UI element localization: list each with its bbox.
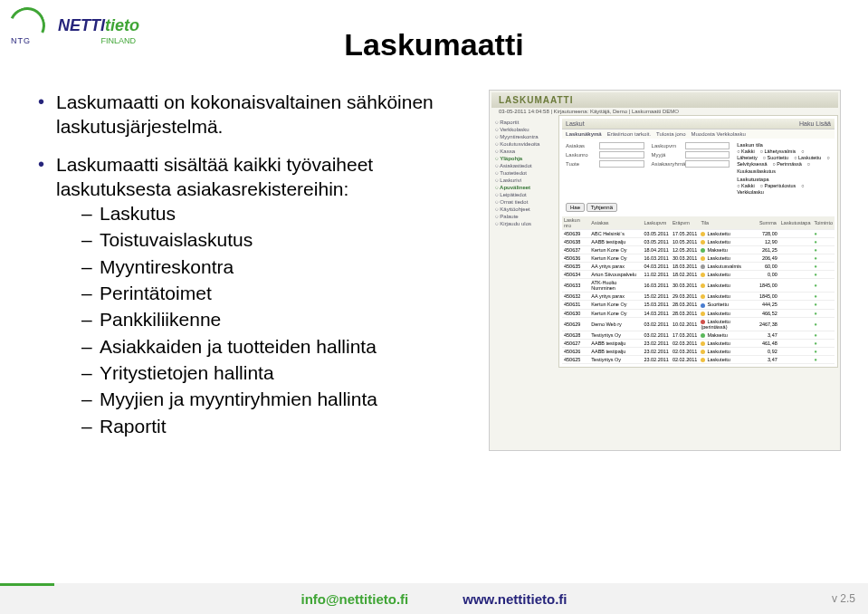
- add-button[interactable]: Lisää: [816, 120, 831, 127]
- col-header[interactable]: Summa: [758, 216, 779, 230]
- cell: 1845,00: [758, 279, 779, 293]
- tab-2[interactable]: Tulosta jono: [656, 131, 685, 137]
- table-row[interactable]: 450631Kertun Kone Oy15.03.201128.03.2011…: [562, 301, 835, 309]
- tab-0[interactable]: Laskunäkymä: [566, 131, 602, 137]
- table-row[interactable]: 450627AABB testipalju23.02.201102.03.201…: [562, 339, 835, 347]
- table-row[interactable]: 450636Kertun Kone Oy16.03.201130.03.2011…: [562, 254, 835, 263]
- filter-input[interactable]: [599, 151, 644, 158]
- col-header[interactable]: Asiakas: [589, 216, 642, 230]
- action-cell[interactable]: ●: [812, 301, 835, 309]
- sidebar-item-8[interactable]: ○ Laskurivi: [493, 177, 553, 184]
- cell: Maksettu: [699, 331, 757, 339]
- cell: 14.03.2011: [642, 309, 671, 317]
- action-cell[interactable]: ●: [812, 238, 835, 246]
- subitem-6: Yritystietojen hallinta: [81, 360, 471, 385]
- table-row[interactable]: 450625Testiyritys Oy23.02.201102.02.2011…: [562, 355, 835, 363]
- cell: 206,49: [758, 254, 779, 263]
- sidebar-item-11[interactable]: ○ Omat tiedot: [493, 198, 553, 206]
- cell: Laskutettu (perintässä): [699, 317, 757, 331]
- action-cell[interactable]: ●: [812, 254, 835, 263]
- filter-area: AsiakasLaskunroTuote LaskupvmMyyjäAsiaka…: [562, 139, 835, 201]
- table-row[interactable]: 450632AA yritys parax15.02.201129.03.201…: [562, 293, 835, 301]
- cell: 02.03.2011: [671, 347, 700, 355]
- col-header[interactable]: Toiminto: [812, 216, 835, 230]
- action-cell[interactable]: ●: [812, 271, 835, 279]
- filter-check[interactable]: ○ Perinnässä: [772, 161, 801, 167]
- panel-title: Laskut: [566, 120, 585, 127]
- subitem-2: Myyntireskontra: [81, 254, 471, 279]
- search-button[interactable]: Hae: [566, 203, 585, 212]
- tab-3[interactable]: Muodosta Verkkolasku: [692, 131, 746, 137]
- app-breadcrumb: 03-05-2011 14:04:58 | Kirjautuneena: Käy…: [491, 108, 838, 115]
- filter-check[interactable]: ○ Paperitulostus: [760, 183, 796, 188]
- col-header[interactable]: Eräpvm: [671, 216, 700, 230]
- sidebar-item-3[interactable]: ○ Koulutusvideoita: [493, 140, 553, 148]
- filter-check[interactable]: ○ Suoritettu: [763, 155, 788, 160]
- filter-input[interactable]: [685, 142, 730, 149]
- footer: info@nettitieto.fi www.nettitieto.fi v 2…: [0, 583, 868, 614]
- cell: Laskutettu: [699, 339, 757, 347]
- filter-check[interactable]: ○ Kaikki: [737, 183, 755, 188]
- action-cell[interactable]: ●: [812, 331, 835, 339]
- action-cell[interactable]: ●: [812, 309, 835, 317]
- filter-check[interactable]: ○ Kaikki: [737, 149, 755, 154]
- cell: 16.03.2011: [642, 279, 671, 293]
- action-cell[interactable]: ●: [812, 317, 835, 331]
- filter-check[interactable]: ○ Laskutettu: [794, 155, 821, 160]
- sidebar-item-1[interactable]: ○ Verkkolasku: [493, 126, 553, 133]
- sidebar-item-2[interactable]: ○ Myyntireskontra: [493, 133, 553, 140]
- cell: 450636: [562, 254, 589, 263]
- cell: 18.02.2011: [671, 271, 700, 279]
- cell: AABB testipalju: [589, 238, 642, 246]
- table-row[interactable]: 450626AABB testipalju23.02.201102.03.201…: [562, 347, 835, 355]
- sidebar-item-13[interactable]: ○ Palaute: [493, 213, 553, 220]
- cell: 450627: [562, 339, 589, 347]
- action-cell[interactable]: ●: [812, 355, 835, 363]
- filter-input[interactable]: [685, 160, 730, 168]
- table-row[interactable]: 450635AA yritys parax04.03.201118.03.201…: [562, 263, 835, 271]
- filter-check[interactable]: ○ Lähetysvalmis: [760, 149, 796, 154]
- filter-input[interactable]: [599, 160, 644, 168]
- sidebar-item-9[interactable]: ○ Apuvälineet: [493, 184, 553, 191]
- sidebar-item-6[interactable]: ○ Asiakastiedot: [493, 162, 553, 169]
- logo: NTG NETTItieto FINLAND: [9, 7, 139, 43]
- table-row[interactable]: 450637Kertun Kone Oy18.04.201112.05.2011…: [562, 246, 835, 254]
- table-row[interactable]: 450629Demo Web ry03.02.201110.02.2011Las…: [562, 317, 835, 331]
- tab-1[interactable]: Eräsiirtoon tarkoit.: [607, 131, 651, 137]
- sidebar-item-14[interactable]: ○ Kirjaudu ulos: [493, 220, 553, 227]
- sidebar-item-7[interactable]: ○ Tuotetiedot: [493, 169, 553, 177]
- col-header[interactable]: Laskun nro: [562, 216, 589, 230]
- action-cell[interactable]: ●: [812, 339, 835, 347]
- filter-input[interactable]: [685, 151, 730, 158]
- sidebar-item-10[interactable]: ○ Leipätiedot: [493, 191, 553, 198]
- cell: 15.02.2011: [642, 293, 671, 301]
- filter-label: Laskupvm: [652, 143, 682, 149]
- table-row[interactable]: 450633ATK-Huolto Numminen16.03.201130.03…: [562, 279, 835, 293]
- table-row[interactable]: 450638AABB testipalju03.05.201110.05.201…: [562, 238, 835, 246]
- panel-tabs: LaskunäkymäEräsiirtoon tarkoit.Tulosta j…: [562, 130, 835, 139]
- logo-sub1: NTG: [11, 36, 31, 45]
- table-row[interactable]: 450639ABC Helsinki´s03.05.201117.05.2011…: [562, 230, 835, 238]
- cell: 0,92: [758, 347, 779, 355]
- action-cell[interactable]: ●: [812, 279, 835, 293]
- action-cell[interactable]: ●: [812, 347, 835, 355]
- cell: 450635: [562, 263, 589, 271]
- col-header[interactable]: Laskupvm: [642, 216, 671, 230]
- sidebar-item-12[interactable]: ○ Käyttöohjeet: [493, 206, 553, 213]
- table-row[interactable]: 450630Kertun Kone Oy14.03.201128.03.2011…: [562, 309, 835, 317]
- sidebar-item-5[interactable]: ○ Yläpohja: [493, 155, 553, 162]
- sidebar-item-0[interactable]: ○ Raportit: [493, 119, 553, 126]
- col-header[interactable]: Tila: [699, 216, 757, 230]
- table-row[interactable]: 450628Testiyritys Oy03.02.201117.03.2011…: [562, 331, 835, 339]
- cell: 10.02.2011: [671, 317, 700, 331]
- sidebar-item-4[interactable]: ○ Kassa: [493, 148, 553, 155]
- clear-button[interactable]: Tyhjennä: [587, 203, 617, 212]
- table-row[interactable]: 450634Arton Siivouspalvelu11.02.201118.0…: [562, 271, 835, 279]
- footer-accent: [0, 583, 54, 586]
- col-header[interactable]: Laskutustapa: [779, 216, 813, 230]
- action-cell[interactable]: ●: [812, 263, 835, 271]
- action-cell[interactable]: ●: [812, 230, 835, 238]
- action-cell[interactable]: ●: [812, 293, 835, 301]
- action-cell[interactable]: ●: [812, 246, 835, 254]
- filter-input[interactable]: [599, 142, 644, 149]
